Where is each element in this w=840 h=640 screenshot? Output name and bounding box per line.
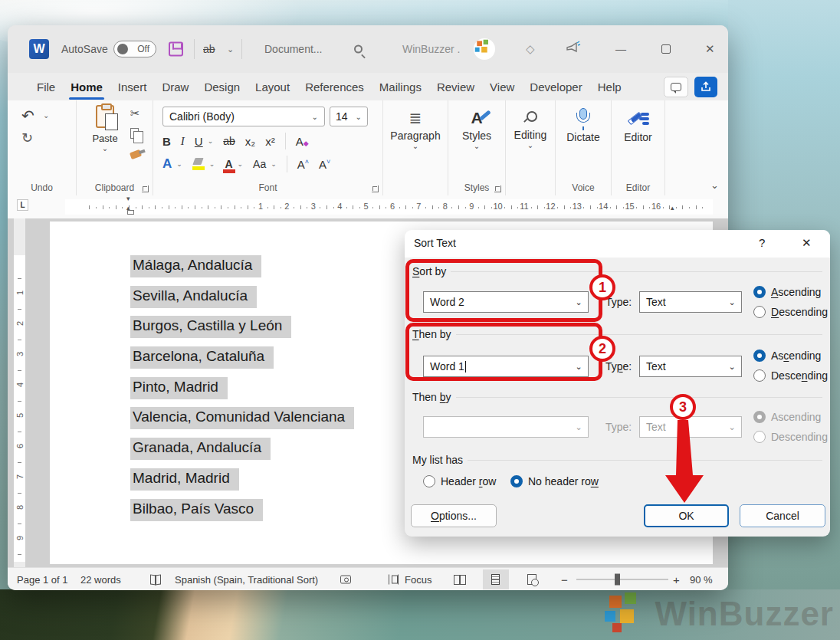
editor-button[interactable]: Editor [612, 107, 664, 143]
right-indent-marker[interactable]: ▴ [671, 204, 674, 212]
selected-text-block[interactable]: Málaga, Andalucía Sevilla, Andalucía Bur… [130, 255, 354, 529]
dialog-help-button[interactable]: ? [759, 236, 765, 249]
grow-font-button[interactable]: A˄ [297, 158, 309, 171]
tab-view[interactable]: View [482, 76, 522, 98]
undo-button[interactable]: ↶ [21, 107, 34, 125]
font-name-combo[interactable]: Calibri (Body) ⌄ [162, 107, 325, 126]
change-case-dropdown-icon[interactable]: ⌄ [271, 160, 277, 168]
text-effects-button[interactable]: A [162, 156, 172, 172]
tab-mailings[interactable]: Mailings [372, 76, 429, 98]
styles-button[interactable]: A Styles ⌄ [448, 107, 505, 150]
save-icon[interactable] [169, 42, 183, 57]
no-header-row-radio[interactable]: No header row [510, 475, 599, 487]
cut-button[interactable]: ✂ [130, 107, 140, 120]
tab-stop-selector[interactable]: L [17, 199, 28, 211]
descending-radio-2[interactable]: Descending [753, 369, 828, 382]
web-layout-icon[interactable] [527, 574, 536, 585]
underline-dropdown-icon[interactable]: ⌄ [208, 137, 214, 145]
comments-button[interactable] [664, 77, 688, 97]
dialog-close-button[interactable]: ✕ [802, 236, 812, 250]
zoom-slider-handle[interactable] [615, 573, 620, 585]
change-case-button[interactable]: Aa [253, 158, 266, 170]
focus-mode-icon[interactable] [389, 574, 399, 584]
tab-home[interactable]: Home [63, 76, 110, 98]
paragraph-button[interactable]: ≣ Paragraph ⌄ [383, 107, 448, 150]
cancel-button[interactable]: Cancel [740, 504, 825, 527]
then-by-combo-2[interactable]: ⌄ [423, 416, 589, 438]
font-color-button[interactable]: A [225, 158, 232, 170]
superscript-button[interactable]: x² [265, 135, 275, 148]
macro-recording-icon[interactable] [340, 575, 351, 583]
tab-insert[interactable]: Insert [110, 76, 155, 98]
feedback-megaphone-icon[interactable] [566, 41, 581, 57]
paste-button[interactable]: Paste ⌄ [87, 105, 123, 153]
dictate-button[interactable]: Dictate [556, 107, 611, 143]
close-button[interactable]: ✕ [705, 42, 715, 56]
focus-label[interactable]: Focus [405, 573, 431, 585]
word-count[interactable]: 22 words [80, 573, 121, 585]
copy-button[interactable] [130, 128, 139, 139]
horizontal-ruler[interactable]: ▾ ▴ ▴ 12345678910111213141516 [65, 199, 713, 215]
tab-developer[interactable]: Developer [522, 76, 589, 98]
qat-dropdown-icon[interactable]: ⌄ [227, 44, 234, 54]
tab-file[interactable]: File [29, 76, 63, 98]
text-effects-dropdown-icon[interactable]: ⌄ [176, 160, 182, 168]
ascending-radio-1[interactable]: Ascending [753, 286, 821, 298]
type-combo-2[interactable]: Text ⌄ [639, 356, 742, 377]
zoom-slider-track[interactable] [576, 579, 668, 579]
undo-dropdown-icon[interactable]: ⌄ [43, 111, 49, 120]
highlight-color-button[interactable] [192, 158, 205, 170]
type-combo-1[interactable]: Text ⌄ [639, 291, 742, 313]
paste-dropdown-icon[interactable]: ⌄ [87, 144, 123, 153]
styles-dialog-launcher-icon[interactable] [494, 185, 501, 192]
vertical-ruler[interactable]: 123456789 [14, 218, 25, 567]
subscript-button[interactable]: x₂ [245, 135, 255, 148]
collapse-ribbon-icon[interactable]: ⌄ [710, 179, 719, 191]
language-indicator[interactable]: Spanish (Spain, Traditional Sort) [175, 573, 318, 585]
page-indicator[interactable]: Page 1 of 1 [17, 573, 68, 585]
zoom-percentage[interactable]: 90 % [690, 573, 713, 585]
strikethrough-button[interactable]: ab [223, 135, 235, 147]
document-title[interactable]: Document... [264, 43, 322, 55]
bold-button[interactable]: B [162, 135, 171, 148]
clear-formatting-button[interactable]: A◆ [296, 135, 304, 148]
chevron-down-icon[interactable]: ⌄ [723, 292, 741, 312]
strikethrough-qat-icon[interactable]: ab [203, 43, 215, 55]
left-indent-marker[interactable] [127, 210, 134, 215]
editing-button[interactable]: Editing ⌄ [506, 107, 555, 149]
font-color-dropdown-icon[interactable]: ⌄ [238, 160, 244, 168]
word-app-icon[interactable]: W [29, 39, 49, 59]
chevron-down-icon[interactable]: ⌄ [723, 356, 741, 376]
ok-button[interactable]: OK [644, 504, 729, 527]
options-button[interactable]: Options... [411, 504, 497, 527]
tab-help[interactable]: Help [590, 76, 629, 98]
print-layout-button[interactable] [483, 569, 509, 589]
tab-design[interactable]: Design [196, 76, 248, 98]
share-button[interactable] [694, 77, 717, 97]
maximize-button[interactable] [661, 44, 671, 54]
font-dialog-launcher-icon[interactable] [372, 185, 379, 192]
tab-draw[interactable]: Draw [154, 76, 196, 98]
account-avatar[interactable] [474, 38, 495, 60]
clipboard-dialog-launcher-icon[interactable] [142, 185, 149, 192]
search-icon[interactable] [354, 45, 363, 54]
tab-layout[interactable]: Layout [248, 76, 297, 98]
shrink-font-button[interactable]: A˅ [319, 158, 330, 171]
underline-button[interactable]: U [195, 135, 203, 148]
premium-diamond-icon[interactable]: ◇ [526, 42, 535, 56]
header-row-radio[interactable]: Header row [423, 475, 496, 487]
minimize-button[interactable]: — [615, 43, 626, 55]
ascending-radio-2[interactable]: Ascending [753, 350, 821, 362]
redo-button[interactable]: ↻ [21, 130, 33, 146]
read-mode-icon[interactable] [454, 575, 466, 584]
italic-button[interactable]: I [181, 135, 185, 148]
descending-radio-1[interactable]: Descending [753, 306, 828, 318]
format-painter-button[interactable] [130, 149, 142, 159]
first-line-indent-marker[interactable]: ▾ [126, 195, 130, 202]
zoom-in-button[interactable]: + [673, 573, 680, 586]
autosave-toggle[interactable]: Off [113, 41, 156, 57]
tab-review[interactable]: Review [429, 76, 482, 98]
font-size-combo[interactable]: 14 ⌄ [330, 107, 368, 126]
proofing-status-icon[interactable] [150, 575, 161, 584]
highlight-dropdown-icon[interactable]: ⌄ [209, 160, 215, 168]
